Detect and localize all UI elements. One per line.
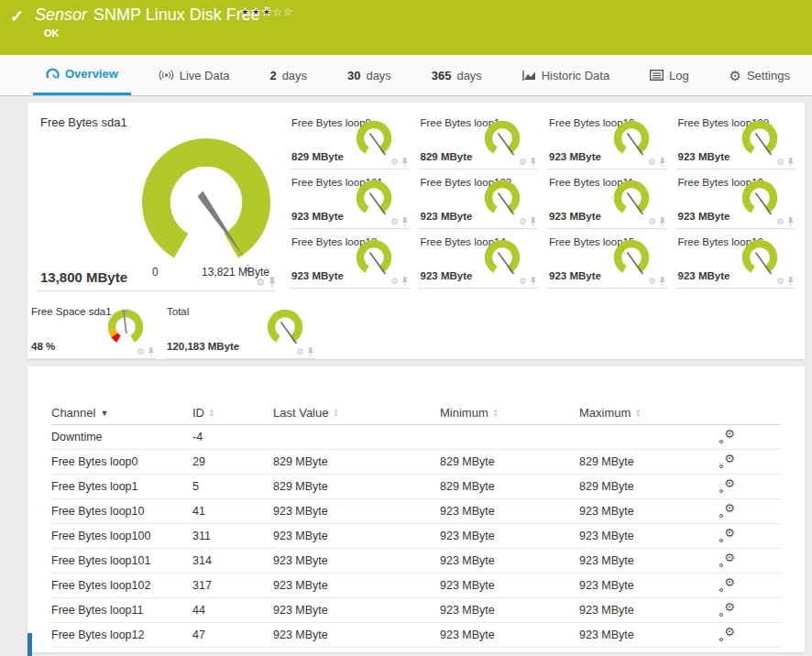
tab-overview[interactable]: Overview (33, 55, 131, 95)
pin-icon[interactable] (658, 277, 666, 286)
pin-icon[interactable] (658, 217, 666, 226)
star-filled-icon[interactable]: ★ (251, 5, 262, 18)
pin-icon[interactable] (401, 158, 409, 167)
star-empty-icon[interactable]: ☆ (272, 5, 283, 18)
gear-icon[interactable]: ⚙ (520, 277, 527, 285)
pin-icon[interactable] (787, 217, 796, 226)
table-row-loop100[interactable]: Free Bytes loop100 311 923 MByte 923 MBy… (51, 524, 781, 549)
channel-settings-icon[interactable]: ⚙ (719, 504, 735, 519)
channel-settings-icon[interactable]: ⚙ (719, 578, 735, 593)
star-filled-icon[interactable]: ★ (262, 5, 273, 18)
column-header-last-value[interactable]: Last Value ▲▼ (273, 406, 440, 420)
tab-log[interactable]: Log (637, 55, 702, 95)
gauge-free-bytes-loop13[interactable]: Free Bytes loop13 923 MByte ⚙ (290, 229, 410, 289)
gauge-free-bytes-loop101[interactable]: Free Bytes loop101 923 MByte ⚙ (290, 169, 410, 229)
gauge-free-bytes-loop0[interactable]: Free Bytes loop0 829 MByte ⚙ (290, 110, 410, 169)
pin-icon[interactable] (401, 277, 409, 286)
gear-icon[interactable]: ⚙ (390, 277, 398, 285)
gauge-actions: ⚙ (520, 277, 537, 286)
gear-icon: ⚙ (729, 69, 741, 82)
gauge-dial (260, 307, 310, 351)
cell-maximum: 923 MByte (579, 554, 717, 567)
gauge-total[interactable]: Total 120,183 MByte ⚙ (165, 299, 315, 359)
tab-historic-data[interactable]: Historic Data (510, 55, 622, 95)
gauge-free-bytes-loop16[interactable]: Free Bytes loop16 923 MByte ⚙ (676, 229, 796, 289)
gear-icon[interactable]: ⚙ (777, 217, 785, 225)
tab-2-days[interactable]: 2 days (257, 55, 320, 95)
priority-stars[interactable]: ★★★☆☆ (240, 5, 294, 18)
table-row-loop101[interactable]: Free Bytes loop101 314 923 MByte 923 MBy… (51, 549, 781, 574)
pin-icon[interactable] (401, 217, 409, 226)
column-label: Maximum (579, 406, 631, 420)
gear-icon[interactable]: ⚙ (777, 158, 785, 166)
cell-last-value: 923 MByte (273, 505, 440, 518)
table-row-loop10[interactable]: Free Bytes loop10 41 923 MByte 923 MByte… (51, 499, 781, 524)
gear-icon[interactable]: ⚙ (520, 158, 527, 166)
channel-settings-icon[interactable]: ⚙ (719, 553, 735, 568)
live-signal-icon (159, 69, 174, 82)
gear-icon[interactable]: ⚙ (648, 277, 655, 285)
gauge-free-bytes-loop14[interactable]: Free Bytes loop14 923 MByte ⚙ (419, 229, 539, 289)
gear-icon[interactable]: ⚙ (297, 347, 304, 355)
channel-settings-icon[interactable]: ⚙ (719, 430, 735, 444)
gear-icon[interactable]: ⚙ (390, 217, 398, 225)
gauge-dial (607, 178, 656, 222)
pin-icon[interactable] (787, 277, 796, 286)
gear-icon[interactable]: ⚙ (520, 217, 527, 225)
column-label: Last Value (273, 406, 328, 420)
cell-id: 29 (192, 455, 273, 468)
tab-30-days[interactable]: 30 days (335, 55, 404, 95)
pin-icon[interactable] (787, 158, 796, 167)
pin-icon[interactable] (268, 277, 277, 288)
gear-icon[interactable]: ⚙ (137, 347, 145, 355)
star-empty-icon[interactable]: ☆ (283, 5, 294, 18)
gauge-actions: ⚙ (777, 158, 795, 167)
gauge-free-space-sda1[interactable]: Free Space sda1 48 % ⚙ (29, 299, 156, 359)
pin-icon[interactable] (148, 347, 156, 356)
gauge-free-bytes-loop11[interactable]: Free Bytes loop11 923 MByte ⚙ (547, 169, 667, 229)
cell-minimum: 923 MByte (440, 554, 579, 567)
gauge-free-bytes-loop100[interactable]: Free Bytes loop100 923 MByte ⚙ (676, 110, 796, 169)
column-header-id[interactable]: ID ▲▼ (192, 406, 273, 420)
sort-both-icon: ▲▼ (333, 409, 338, 418)
table-row-loop1[interactable]: Free Bytes loop1 5 829 MByte 829 MByte 8… (51, 475, 781, 499)
tab-live-data[interactable]: Live Data (146, 55, 243, 95)
column-header-channel[interactable]: Channel ▼ (51, 406, 192, 420)
gear-icon[interactable]: ⚙ (256, 278, 265, 288)
gauge-dial (477, 237, 527, 281)
channel-settings-icon[interactable]: ⚙ (719, 603, 735, 618)
gauge-free-bytes-loop102[interactable]: Free Bytes loop102 923 MByte ⚙ (419, 169, 539, 229)
sort-desc-icon: ▼ (100, 409, 108, 418)
tab-settings[interactable]: ⚙ Settings (716, 55, 802, 95)
gauge-free-bytes-loop15[interactable]: Free Bytes loop15 923 MByte ⚙ (547, 229, 667, 289)
pin-icon[interactable] (307, 347, 315, 356)
gauge-free-bytes-sda1[interactable]: Free Bytes sda1 x̄ 0 13,821 MByte 13,800… (27, 103, 290, 291)
channel-settings-icon[interactable]: ⚙ (719, 529, 735, 543)
channel-settings-icon[interactable]: ⚙ (719, 628, 735, 642)
log-list-icon (650, 70, 664, 81)
channel-settings-icon[interactable]: ⚙ (719, 454, 735, 469)
gear-icon[interactable]: ⚙ (777, 277, 785, 285)
gauge-free-bytes-loop1[interactable]: Free Bytes loop1 829 MByte ⚙ (419, 110, 539, 169)
gear-icon[interactable]: ⚙ (390, 158, 398, 166)
table-row-loop0[interactable]: Free Bytes loop0 29 829 MByte 829 MByte … (51, 450, 781, 475)
channel-settings-icon[interactable]: ⚙ (719, 479, 735, 494)
star-filled-icon[interactable]: ★ (240, 5, 251, 18)
table-row-loop12[interactable]: Free Bytes loop12 47 923 MByte 923 MByte… (51, 623, 781, 648)
gear-icon[interactable]: ⚙ (648, 217, 655, 225)
column-header-minimum[interactable]: Minimum ▲▼ (440, 406, 579, 420)
pin-icon[interactable] (530, 277, 538, 286)
table-row-loop102[interactable]: Free Bytes loop102 317 923 MByte 923 MBy… (51, 574, 781, 598)
table-row-loop11[interactable]: Free Bytes loop11 44 923 MByte 923 MByte… (51, 598, 781, 623)
gauge-free-bytes-loop12[interactable]: Free Bytes loop12 923 MByte ⚙ (676, 169, 796, 229)
pin-icon[interactable] (658, 158, 666, 167)
pin-icon[interactable] (530, 217, 538, 226)
table-row-downtime[interactable]: Downtime -4 ⚙ (51, 425, 781, 450)
cell-maximum: 923 MByte (579, 530, 717, 542)
pin-icon[interactable] (530, 158, 538, 167)
gauge-free-bytes-loop10[interactable]: Free Bytes loop10 923 MByte ⚙ (547, 110, 667, 169)
gear-icon[interactable]: ⚙ (648, 158, 655, 166)
tab-365-days[interactable]: 365 days (419, 55, 495, 95)
column-header-maximum[interactable]: Maximum ▲▼ (579, 406, 717, 420)
table-header-row: Channel ▼ ID ▲▼ Last Value ▲▼ Minimum ▲▼… (51, 401, 781, 425)
